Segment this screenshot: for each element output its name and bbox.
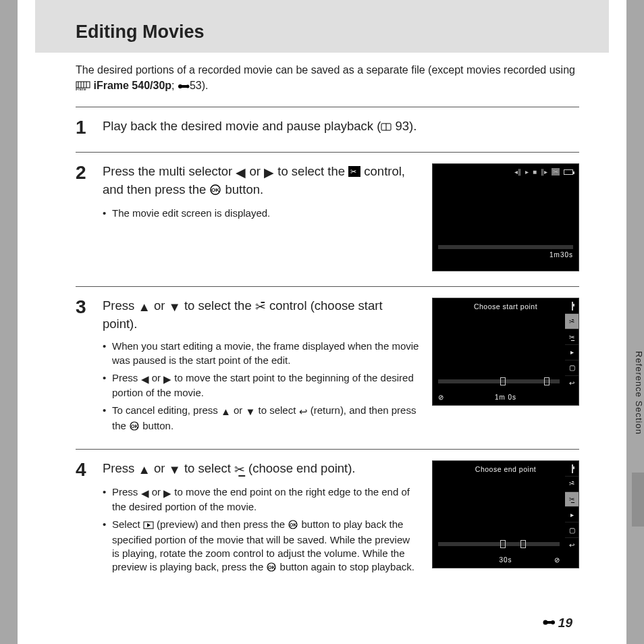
- step-3-number: 3: [76, 298, 103, 317]
- step-3-bullet-1: When you start editing a movie, the fram…: [103, 340, 420, 367]
- svg-text:OK: OK: [268, 565, 275, 570]
- lcd-time: 1m 0s: [433, 394, 579, 401]
- lcd-side-menu: ✂̄ ✂̲ ▸ ▢ ↩: [565, 313, 579, 390]
- step-2-text: Press the multi selector ◀ or ▶ to selec…: [103, 163, 420, 200]
- svg-marker-18: [147, 523, 151, 527]
- step-3-text: Press ▲ or ▼ to select the ✂̄ control (c…: [103, 298, 420, 333]
- right-triangle-icon: ▶: [163, 373, 171, 386]
- play-icon: ▸: [525, 168, 529, 176]
- step-4-bullet-1: Press ◀ or ▶ to move the end point on th…: [103, 485, 420, 514]
- up-triangle-icon: ▲: [138, 299, 150, 316]
- cut-end-icon: ✂̲: [234, 462, 245, 479]
- progress-bar: [438, 245, 573, 249]
- book-icon: [381, 119, 392, 136]
- step-1-number: 1: [76, 118, 103, 137]
- ok-button-icon: OK: [288, 519, 298, 533]
- start-handle-icon: [500, 377, 506, 385]
- step-4-bullet-2: Select (preview) and then press the OK b…: [103, 518, 420, 575]
- cancel-icon: ⊘: [554, 556, 560, 564]
- cut-end-icon: ✂̲: [565, 329, 579, 344]
- intro-text: The desired portions of a recorded movie…: [76, 62, 579, 95]
- scissors-icon: ✂: [552, 168, 560, 176]
- ok-button-icon: OK: [266, 562, 277, 575]
- lcd-screen-end-point: Choose end point ✂̄ ✂̲ ▸ ▢ ↩ 30s ⊘: [432, 460, 579, 568]
- step-1: 1 Play back the desired movie and pause …: [76, 107, 579, 137]
- wrench-icon: [178, 79, 190, 95]
- content: The desired portions of a recorded movie…: [76, 62, 579, 575]
- intro-part1: The desired portions of a recorded movie…: [76, 64, 575, 76]
- side-tab-indicator: [632, 473, 644, 527]
- start-handle-icon: [500, 540, 506, 548]
- save-icon: ▢: [565, 522, 579, 537]
- return-icon: ↩: [565, 375, 579, 391]
- step-2-number: 2: [76, 163, 103, 182]
- step-back-icon: ◂∥: [514, 168, 521, 176]
- battery-icon: [572, 464, 573, 473]
- progress-bar: [438, 542, 560, 546]
- cancel-icon: ⊘: [438, 394, 444, 401]
- down-triangle-icon: ▼: [168, 462, 180, 479]
- end-handle-icon: [544, 377, 549, 385]
- step-3: 3 Press ▲ or ▼ to select the ✂̄ control …: [76, 298, 420, 433]
- lcd-side-menu: ✂̄ ✂̲ ▸ ▢ ↩: [565, 476, 579, 553]
- battery-icon: [564, 169, 573, 175]
- cut-start-icon: ✂̄: [565, 313, 579, 329]
- up-triangle-icon: ▲: [221, 405, 231, 419]
- lcd-title: Choose end point: [433, 461, 579, 473]
- lcd-screen-start-point: Choose start point ✂̄ ✂̲ ▸ ▢ ↩ 1m 0s ⊘: [432, 298, 579, 406]
- ok-button-icon: OK: [209, 183, 221, 200]
- svg-text:OK: OK: [131, 424, 138, 429]
- intro-semicolon: ;: [171, 80, 178, 91]
- lcd-time: 1m30s: [549, 251, 573, 259]
- step-2-bullet-1: The movie edit screen is displayed.: [103, 207, 420, 220]
- lcd-screen-playback: ◂∥ ▸ ■ ∥▸ ✂ 1m30s: [432, 163, 579, 271]
- preview-icon: ▸: [565, 344, 579, 360]
- svg-text:OK: OK: [290, 522, 297, 527]
- stop-icon: ■: [533, 168, 537, 176]
- up-triangle-icon: ▲: [138, 462, 150, 479]
- svg-text:OK: OK: [211, 187, 219, 193]
- step-2: 2 Press the multi selector ◀ or ▶ to sel…: [76, 163, 420, 220]
- step-3-bullet-3: To cancel editing, press ▲ or ▼ to selec…: [103, 404, 420, 434]
- down-triangle-icon: ▼: [245, 405, 255, 419]
- iframe-label: iFrame 540/30p: [93, 80, 171, 91]
- left-triangle-icon: ◀: [236, 165, 246, 182]
- svg-point-8: [186, 85, 189, 88]
- page-number: 19: [542, 616, 572, 630]
- step-3-bullet-2: Press ◀ or ▶ to move the start point to …: [103, 371, 420, 400]
- intro-ref: 53).: [190, 80, 209, 91]
- ok-button-icon: OK: [129, 421, 140, 434]
- step-1-text: Play back the desired movie and pause pl…: [103, 118, 579, 136]
- cut-start-icon: ✂̄: [255, 299, 266, 316]
- return-icon: ↩: [299, 405, 308, 419]
- right-triangle-icon: ▶: [264, 165, 274, 182]
- preview-icon: ▸: [565, 506, 579, 522]
- battery-icon: [572, 302, 573, 311]
- step-4: 4 Press ▲ or ▼ to select ✂̲ (choose end …: [76, 460, 420, 575]
- return-icon: ↩: [565, 537, 579, 553]
- step-4-number: 4: [76, 460, 103, 479]
- iframe-icon: iFrame: [76, 79, 90, 95]
- page-title: Editing Movies: [76, 22, 205, 43]
- lcd-title: Choose start point: [433, 298, 579, 311]
- svg-text:✂: ✂: [350, 167, 356, 176]
- cut-end-icon: ✂̲: [565, 491, 579, 507]
- end-handle-icon: [520, 540, 526, 548]
- left-triangle-icon: ◀: [141, 373, 149, 386]
- step-4-text: Press ▲ or ▼ to select ✂̲ (choose end po…: [103, 460, 420, 479]
- down-triangle-icon: ▼: [168, 299, 180, 316]
- step-fwd-icon: ∥▸: [541, 168, 547, 176]
- progress-bar: [438, 379, 560, 383]
- right-triangle-icon: ▶: [163, 487, 171, 500]
- cut-start-icon: ✂̄: [565, 476, 579, 491]
- left-triangle-icon: ◀: [141, 487, 149, 500]
- wrench-icon: [542, 616, 556, 630]
- svg-text:iFrame: iFrame: [76, 87, 86, 90]
- scissors-icon: ✂: [348, 165, 360, 182]
- svg-point-25: [551, 620, 555, 624]
- save-icon: ▢: [565, 360, 579, 375]
- preview-box-icon: [143, 519, 154, 533]
